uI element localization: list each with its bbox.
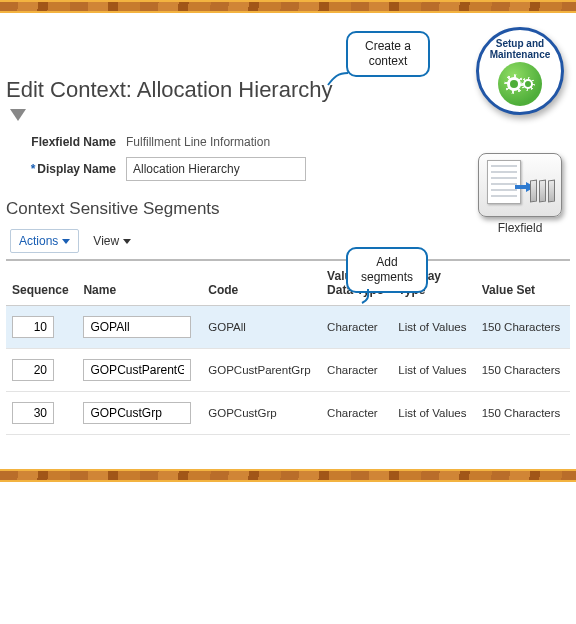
required-star-icon: * <box>31 162 36 176</box>
segments-table: Sequence Name Code Value Data Type Displ… <box>6 259 570 435</box>
cell-value-data-type: Character <box>321 349 392 392</box>
callout-create-context: Create a context <box>346 31 430 77</box>
display-name-label: *Display Name <box>6 162 126 176</box>
cell-value-set: 150 Characters <box>476 306 570 349</box>
actions-menu-button[interactable]: Actions <box>10 229 79 253</box>
cell-value-data-type: Character <box>321 306 392 349</box>
chevron-down-icon <box>62 239 70 244</box>
table-row[interactable]: GOPCustGrpCharacterList of Values150 Cha… <box>6 392 570 435</box>
decorative-bottom-band <box>0 469 576 482</box>
name-input[interactable] <box>83 359 191 381</box>
decorative-top-band <box>0 0 576 13</box>
display-name-input[interactable] <box>126 157 306 181</box>
setup-and-maintenance-badge[interactable]: Setup and Maintenance <box>476 27 564 115</box>
cell-value-data-type: Character <box>321 392 392 435</box>
cell-display-type: List of Values <box>392 392 475 435</box>
flexfield-badge[interactable]: Flexfield <box>478 153 562 235</box>
flexfield-name-value: Fulfillment Line Information <box>126 135 270 149</box>
name-input[interactable] <box>83 316 191 338</box>
view-menu-button[interactable]: View <box>85 230 139 252</box>
flexfield-name-row: Flexfield Name Fulfillment Line Informat… <box>6 135 570 149</box>
callout-tail-icon <box>328 71 348 85</box>
sequence-input[interactable] <box>12 316 54 338</box>
sequence-input[interactable] <box>12 402 54 424</box>
table-row[interactable]: GOPAllCharacterList of Values150 Charact… <box>6 306 570 349</box>
callout-text: Create a context <box>365 39 411 68</box>
cell-code: GOPCustGrp <box>202 392 321 435</box>
chevron-down-icon <box>123 239 131 244</box>
col-name[interactable]: Name <box>77 260 202 306</box>
callout-add-segments: Add segments <box>346 247 428 293</box>
sequence-input[interactable] <box>12 359 54 381</box>
disclosure-collapsed-icon[interactable] <box>10 109 26 121</box>
cell-display-type: List of Values <box>392 349 475 392</box>
cell-value-set: 150 Characters <box>476 349 570 392</box>
actions-label: Actions <box>19 234 58 248</box>
page-body: Create a context Setup and Maintenance F… <box>0 13 576 445</box>
flexfield-badge-label: Flexfield <box>478 221 562 235</box>
cell-code: GOPAll <box>202 306 321 349</box>
col-sequence[interactable]: Sequence <box>6 260 77 306</box>
flexfield-name-label: Flexfield Name <box>6 135 126 149</box>
callout-text: Add segments <box>361 255 413 284</box>
cell-code: GOPCustParentGrp <box>202 349 321 392</box>
gear-icon <box>523 79 533 89</box>
cell-value-set: 150 Characters <box>476 392 570 435</box>
view-label: View <box>93 234 119 248</box>
table-header-row: Sequence Name Code Value Data Type Displ… <box>6 260 570 306</box>
flexfield-icon <box>478 153 562 217</box>
gears-icon <box>498 62 542 106</box>
col-code[interactable]: Code <box>202 260 321 306</box>
cell-display-type: List of Values <box>392 306 475 349</box>
table-row[interactable]: GOPCustParentGrpCharacterList of Values1… <box>6 349 570 392</box>
col-value-set[interactable]: Value Set <box>476 260 570 306</box>
setup-badge-label: Setup and Maintenance <box>490 38 551 60</box>
callout-tail-icon <box>362 289 382 303</box>
gear-icon <box>507 77 521 91</box>
name-input[interactable] <box>83 402 191 424</box>
